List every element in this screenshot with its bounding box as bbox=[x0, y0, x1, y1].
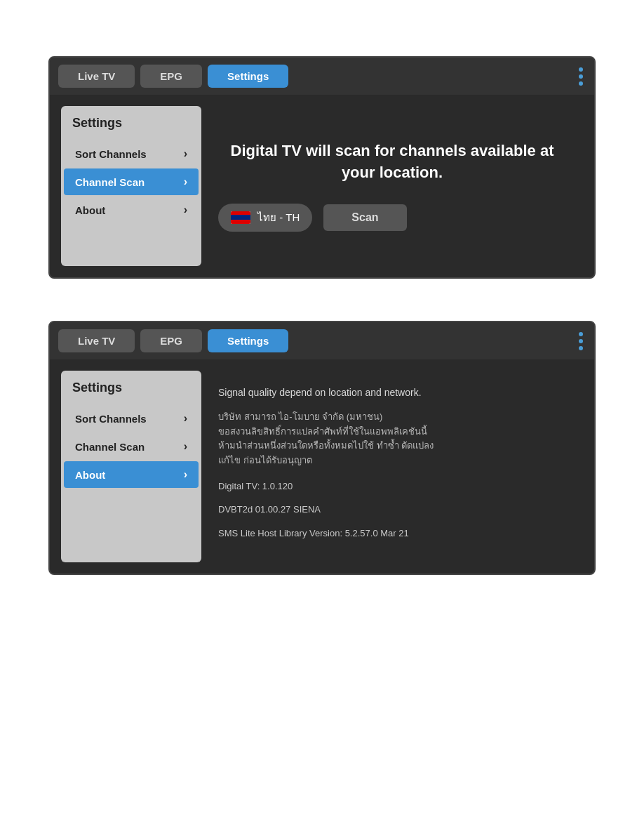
screen1-sidebar: Settings Sort Channels › Channel Scan › … bbox=[61, 106, 201, 266]
screen1-content: Settings Sort Channels › Channel Scan › … bbox=[50, 95, 594, 277]
dot-5 bbox=[579, 339, 583, 343]
screen1-tab-bar: Live TV EPG Settings bbox=[50, 58, 594, 95]
language-label: ไทย - TH bbox=[257, 209, 300, 226]
sidebar-item-label-scan-2: Channel Scan bbox=[75, 441, 145, 453]
tab-epg-2[interactable]: EPG bbox=[140, 329, 202, 352]
dvbt-version: DVBT2d 01.00.27 SIENA bbox=[218, 501, 566, 517]
sidebar-item-label-about-2: About bbox=[75, 469, 105, 481]
tab-live-tv-2[interactable]: Live TV bbox=[58, 329, 135, 352]
screen1: Live TV EPG Settings Settings Sort Chann… bbox=[48, 56, 596, 279]
sidebar-item-about-2[interactable]: About › bbox=[64, 461, 199, 488]
sidebar-title-1: Settings bbox=[61, 116, 201, 139]
digital-tv-version: Digital TV: 1.0.120 bbox=[218, 478, 566, 494]
sidebar-item-label-sort-2: Sort Channels bbox=[75, 413, 147, 425]
tab-epg-1[interactable]: EPG bbox=[140, 65, 202, 88]
sidebar-item-label-about-1: About bbox=[75, 204, 105, 216]
screen2-sidebar: Settings Sort Channels › Channel Scan › … bbox=[61, 371, 201, 562]
chevron-scan-2: › bbox=[184, 440, 187, 453]
dot-2 bbox=[579, 74, 583, 79]
about-content: Signal quality depend on location and ne… bbox=[218, 385, 566, 548]
scan-button[interactable]: Scan bbox=[323, 204, 406, 231]
sidebar-item-sort-channels-1[interactable]: Sort Channels › bbox=[64, 140, 199, 167]
tab-settings-1[interactable]: Settings bbox=[208, 65, 288, 88]
screen2-main-panel: Signal quality depend on location and ne… bbox=[201, 371, 583, 562]
tab-live-tv-1[interactable]: Live TV bbox=[58, 65, 135, 88]
screen2: Live TV EPG Settings Settings Sort Chann… bbox=[48, 321, 596, 575]
thailand-flag bbox=[231, 211, 250, 224]
sidebar-item-channel-scan-1[interactable]: Channel Scan › bbox=[64, 168, 199, 195]
more-menu-dots-2[interactable] bbox=[579, 332, 586, 350]
chevron-scan-1: › bbox=[184, 176, 187, 188]
screen2-tab-bar: Live TV EPG Settings bbox=[50, 322, 594, 359]
chevron-sort-1: › bbox=[184, 147, 187, 160]
dot-4 bbox=[579, 332, 583, 336]
signal-quality-text: Signal quality depend on location and ne… bbox=[218, 385, 566, 402]
thai-copyright-text: บริษัท สามารถ ไอ-โมบาย จำกัด (มหาชน) ขอส… bbox=[218, 410, 566, 468]
sms-version: SMS Lite Host Library Version: 5.2.57.0 … bbox=[218, 525, 566, 541]
more-menu-dots-1[interactable] bbox=[579, 67, 586, 86]
screen1-main-panel: Digital TV will scan for channels availa… bbox=[201, 106, 583, 266]
scan-description: Digital TV will scan for channels availa… bbox=[218, 140, 566, 184]
tab-settings-2[interactable]: Settings bbox=[208, 329, 288, 352]
chevron-about-1: › bbox=[184, 204, 187, 216]
sidebar-item-sort-channels-2[interactable]: Sort Channels › bbox=[64, 405, 199, 432]
sidebar-item-about-1[interactable]: About › bbox=[64, 197, 199, 223]
screen2-wrapper: Live TV EPG Settings Settings Sort Chann… bbox=[48, 321, 596, 575]
dot-3 bbox=[579, 81, 583, 86]
sidebar-item-label-scan-1: Channel Scan bbox=[75, 176, 145, 188]
language-selector[interactable]: ไทย - TH bbox=[218, 204, 312, 232]
dot-6 bbox=[579, 346, 583, 350]
sidebar-title-2: Settings bbox=[61, 380, 201, 404]
screen2-content: Settings Sort Channels › Channel Scan › … bbox=[50, 359, 594, 574]
sidebar-item-channel-scan-2[interactable]: Channel Scan › bbox=[64, 433, 199, 460]
chevron-about-2: › bbox=[184, 468, 187, 481]
sidebar-item-label-sort-1: Sort Channels bbox=[75, 148, 147, 160]
dot-1 bbox=[579, 67, 583, 72]
version-info: Digital TV: 1.0.120 DVBT2d 01.00.27 SIEN… bbox=[218, 478, 566, 541]
scan-controls: ไทย - TH Scan bbox=[218, 204, 566, 232]
screen1-wrapper: Live TV EPG Settings Settings Sort Chann… bbox=[48, 56, 596, 279]
chevron-sort-2: › bbox=[184, 412, 187, 425]
